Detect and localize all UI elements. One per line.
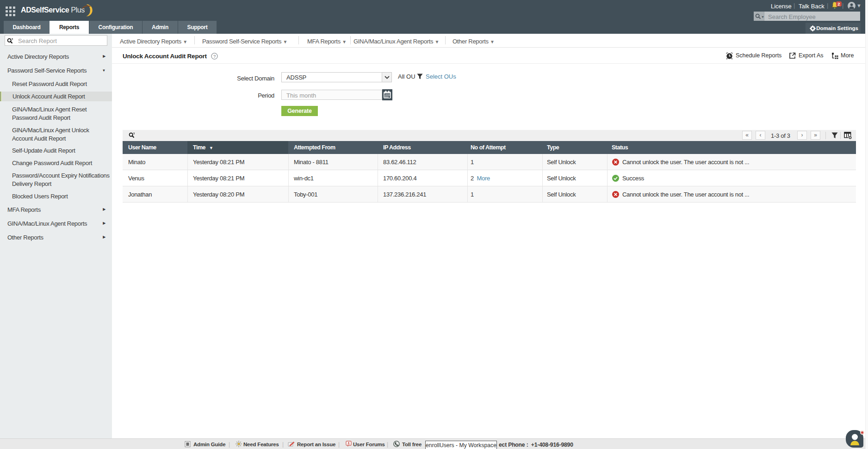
svg-text:?: ? xyxy=(213,54,216,59)
